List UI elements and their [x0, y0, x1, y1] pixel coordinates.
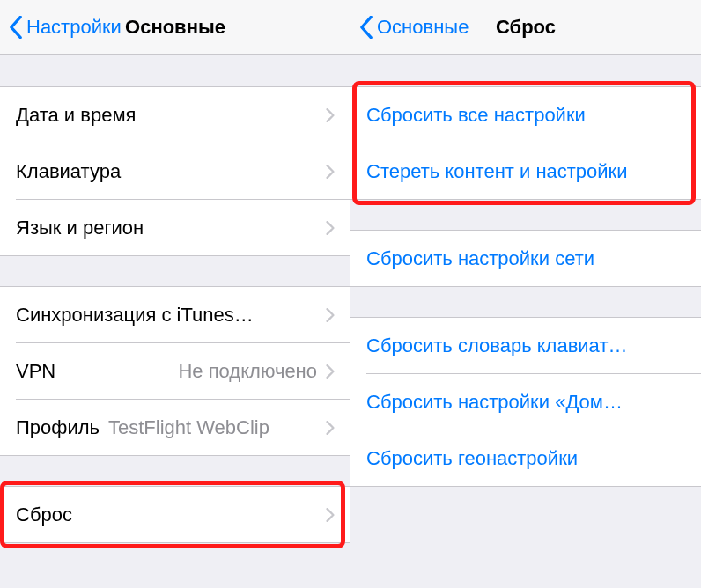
row-reset-keyboard-dict[interactable]: Сбросить словарь клавиат… — [350, 318, 701, 374]
navbar-reset: Основные Сброс — [350, 0, 701, 55]
row-label: Сбросить все настройки — [366, 104, 586, 127]
group-reset-other: Сбросить словарь клавиат… Сбросить настр… — [350, 317, 701, 487]
row-profile[interactable]: Профиль TestFlight WebClip — [0, 400, 350, 456]
row-reset-location[interactable]: Сбросить геонастройки — [350, 430, 701, 487]
row-label: Сбросить настройки сети — [366, 247, 594, 270]
row-label: Сброс — [16, 503, 72, 526]
general-settings-pane: Настройки Основные Дата и время Клавиату… — [0, 0, 350, 588]
row-label: Дата и время — [16, 104, 136, 127]
row-vpn[interactable]: VPN Не подключено — [0, 343, 350, 400]
row-erase-all-content[interactable]: Стереть контент и настройки — [350, 143, 701, 200]
reset-pane: Основные Сброс Сбросить все настройки Ст… — [350, 0, 701, 588]
row-value: Не подключено — [55, 360, 317, 383]
chevron-left-icon — [359, 16, 373, 39]
group-sync-profiles: Синхронизация с iTunes… VPN Не подключен… — [0, 286, 350, 456]
row-label: VPN — [16, 360, 55, 383]
highlight-reset-row: Сброс — [0, 486, 350, 543]
back-label: Основные — [377, 16, 469, 39]
chevron-right-icon — [326, 364, 335, 379]
row-label: Сбросить словарь клавиат… — [366, 334, 627, 357]
row-label: Клавиатура — [16, 160, 121, 183]
chevron-right-icon — [326, 508, 335, 522]
row-label: Синхронизация с iTunes… — [16, 304, 254, 327]
chevron-left-icon — [9, 16, 23, 39]
row-label: Профиль — [16, 416, 100, 439]
back-to-general-button[interactable]: Основные — [359, 16, 469, 39]
chevron-right-icon — [326, 108, 335, 122]
row-reset-all-settings[interactable]: Сбросить все настройки — [350, 87, 701, 143]
group-locale: Дата и время Клавиатура Язык и регион — [0, 86, 350, 256]
page-title-reset: Сброс — [496, 16, 556, 39]
row-language-region[interactable]: Язык и регион — [0, 200, 350, 256]
navbar-general: Настройки Основные — [0, 0, 350, 55]
chevron-right-icon — [326, 308, 335, 322]
chevron-right-icon — [326, 421, 335, 435]
row-value: TestFlight WebClip — [108, 416, 317, 439]
back-label: Настройки — [26, 16, 122, 39]
chevron-right-icon — [326, 221, 335, 235]
row-label: Стереть контент и настройки — [366, 160, 628, 183]
row-reset-home-layout[interactable]: Сбросить настройки «Дом… — [350, 374, 701, 430]
row-date-time[interactable]: Дата и время — [0, 87, 350, 143]
row-itunes-sync[interactable]: Синхронизация с iTunes… — [0, 287, 350, 343]
row-label: Сбросить геонастройки — [366, 447, 578, 470]
row-label: Сбросить настройки «Дом… — [366, 391, 623, 414]
highlight-reset-erase-group: Сбросить все настройки Стереть контент и… — [350, 86, 701, 200]
chevron-right-icon — [326, 165, 335, 179]
back-to-settings-button[interactable]: Настройки — [9, 16, 122, 39]
page-title-general: Основные — [125, 16, 225, 39]
row-reset[interactable]: Сброс — [0, 487, 350, 543]
group-reset-network: Сбросить настройки сети — [350, 230, 701, 287]
row-reset-network[interactable]: Сбросить настройки сети — [350, 231, 701, 287]
row-keyboard[interactable]: Клавиатура — [0, 143, 350, 200]
row-label: Язык и регион — [16, 217, 144, 239]
